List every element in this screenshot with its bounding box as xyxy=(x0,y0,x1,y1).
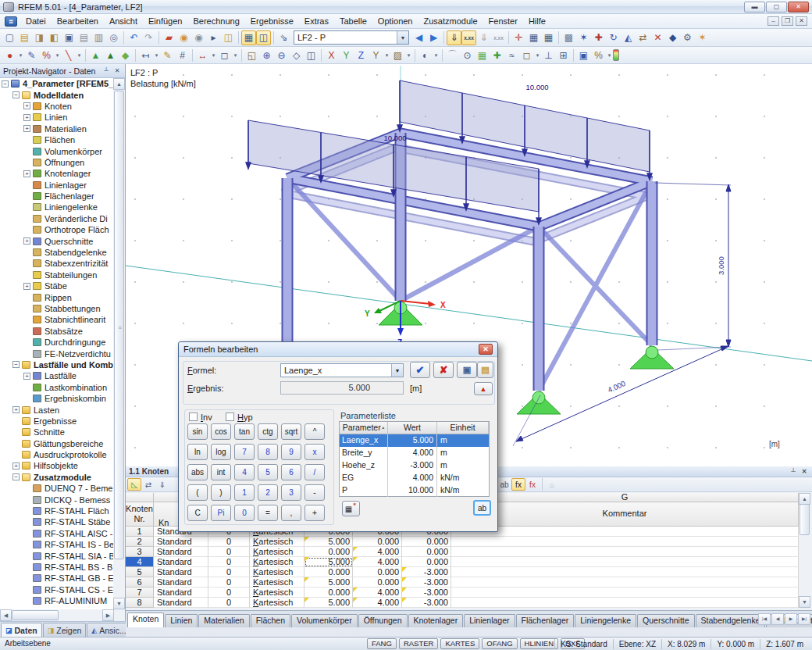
table-import-icon[interactable]: ⇄ xyxy=(141,478,155,491)
tree-item-rf-stahl-cs-e[interactable]: RF-STAHL CS - E xyxy=(0,584,113,595)
tree-item-linienlager[interactable]: Linienlager xyxy=(0,180,113,191)
inv-checkbox[interactable] xyxy=(189,412,198,421)
zoom-window-icon[interactable]: ◱ xyxy=(244,48,259,62)
table-tab-fl-chenlager[interactable]: Flächenlager xyxy=(516,614,575,627)
edit-dropdown-icon[interactable]: ▾ xyxy=(210,48,217,62)
save-copy-icon[interactable]: ◧ xyxy=(47,30,62,45)
calc-key-cos[interactable]: cos xyxy=(211,423,231,440)
tree-item-linien[interactable]: +Linien xyxy=(0,112,113,123)
tree-item-rf-stahl-fl-ch[interactable]: RF-STAHL Fläch xyxy=(0,505,113,516)
new-loadcase-icon[interactable]: ⇘ xyxy=(276,30,291,45)
collapse-icon[interactable]: − xyxy=(2,80,9,88)
redo-icon[interactable]: ↷ xyxy=(141,30,156,45)
expand-icon[interactable]: + xyxy=(23,170,30,177)
table-tab-knotenlager[interactable]: Knotenlager xyxy=(408,614,464,627)
chevron-down-icon[interactable]: ▼ xyxy=(391,364,403,377)
cell-koordinatensystem[interactable]: Kartesisch xyxy=(250,598,304,608)
paste-icon[interactable]: ▤ xyxy=(77,30,91,45)
lock-icon[interactable]: ⌂ xyxy=(545,478,559,491)
cell-koordinatensystem[interactable]: Kartesisch xyxy=(250,577,304,588)
rename-parameter-button[interactable]: ab xyxy=(473,500,491,516)
param-row-p[interactable]: P10.000kN/m xyxy=(340,484,489,497)
cell-koordinatensystem[interactable]: Kartesisch xyxy=(250,557,304,567)
menu-bearbeiten[interactable]: Bearbeiten xyxy=(52,14,104,29)
cell-coord-y[interactable]: 4.000 xyxy=(353,557,402,567)
tree-item-stabendgelenke[interactable]: Stabendgelenke xyxy=(0,247,113,258)
load-formula-button[interactable]: ▤ xyxy=(477,362,493,378)
tree-item-stabbettungen[interactable]: Stabbettungen xyxy=(0,303,113,314)
snap-toggle-raster[interactable]: RASTER xyxy=(399,638,439,649)
view-minus-y-icon[interactable]: Y xyxy=(369,48,383,62)
snap-toggle-fang[interactable]: FANG xyxy=(367,638,397,649)
show-loads-icon[interactable]: ⇓ xyxy=(447,30,461,45)
cell-koordinatensystem[interactable]: Kartesisch xyxy=(250,547,304,557)
tree-item-ffnungen[interactable]: Öffnungen xyxy=(0,157,113,168)
tree-item-knotenlager[interactable]: +Knotenlager xyxy=(0,168,113,179)
collapse-icon[interactable]: − xyxy=(12,361,20,368)
table-tab-querschnitte[interactable]: Querschnitte xyxy=(637,614,695,627)
tree-item-querschnitte[interactable]: +Querschnitte xyxy=(0,235,113,246)
expand-icon[interactable]: + xyxy=(23,283,30,290)
tree-item-orthotrope-fl-ch[interactable]: Orthotrope Fläch xyxy=(0,224,113,235)
edit-move-icon[interactable]: ↔ xyxy=(195,48,210,62)
calc-key-[interactable]: / xyxy=(304,464,325,480)
scroll-down-icon[interactable]: ▼ xyxy=(799,596,810,608)
arc-icon[interactable]: ⌒ xyxy=(445,48,460,62)
show-results-icon[interactable]: ⇓ xyxy=(476,30,491,45)
row-number[interactable]: 6 xyxy=(126,577,154,588)
table-tab-fl-chen[interactable]: Flächen xyxy=(251,614,290,627)
fx-delete-icon[interactable]: fx xyxy=(525,478,540,491)
cancel-button[interactable]: ✘ xyxy=(433,362,454,378)
cell-knotentyp[interactable]: Standard xyxy=(154,577,208,588)
calc-key-[interactable]: + xyxy=(304,505,325,521)
calc-key-[interactable]: ^ xyxy=(304,423,325,440)
cell-coord-y[interactable]: 0.000 xyxy=(353,567,402,577)
light-on-icon[interactable]: ◉ xyxy=(176,30,191,45)
tree-item-rf-stahl-gb-e[interactable]: RF-STAHL GB - E xyxy=(0,573,113,584)
tree-item-ver-nderliche-di[interactable]: Veränderliche Di xyxy=(0,213,113,224)
rename-cells-icon[interactable]: ab xyxy=(497,478,511,491)
snap-nodes-icon[interactable]: ✛ xyxy=(511,30,526,45)
maximize-button[interactable]: ▢ xyxy=(766,2,787,12)
collapse-icon[interactable]: − xyxy=(12,91,20,98)
insert-line-support-icon[interactable]: ▲ xyxy=(103,48,118,62)
tree-item-stabs-tze[interactable]: Stabsätze xyxy=(0,326,113,337)
row-number[interactable]: 4 xyxy=(126,557,154,567)
tree-item-ausdruckprotokolle[interactable]: Ausdruckprotokolle xyxy=(0,449,113,460)
tree-item-schnitte[interactable]: Schnitte xyxy=(0,427,113,438)
next-loadcase-icon[interactable]: ▶ xyxy=(426,30,441,45)
tree-item-stabexzentrizit-t[interactable]: Stabexzentrizität xyxy=(0,258,113,269)
menu-datei[interactable]: Datei xyxy=(20,14,52,29)
light-off-icon[interactable]: ◉ xyxy=(191,30,206,45)
cell-knotentyp[interactable]: Standard xyxy=(154,588,208,598)
tab-first-icon[interactable]: |◀ xyxy=(758,613,771,625)
table-tab-linienlager[interactable]: Linienlager xyxy=(464,614,515,627)
cell-coord-z[interactable]: -3.000 xyxy=(402,577,451,588)
apply-button[interactable]: ✔ xyxy=(410,362,430,378)
menu-hilfe[interactable]: Hilfe xyxy=(523,14,551,29)
calc-key-tan[interactable]: tan xyxy=(234,423,255,440)
settings-icon[interactable]: ⚙ xyxy=(680,30,695,45)
row-number[interactable]: 1 xyxy=(126,527,154,537)
circle-icon[interactable]: ⊙ xyxy=(460,48,475,62)
pin-icon[interactable]: ┴ xyxy=(102,66,111,76)
tree-item-zusatzmodule[interactable]: −Zusatzmodule xyxy=(0,472,113,483)
tab-last-icon[interactable]: ▶| xyxy=(798,613,810,625)
selection-mode-icon[interactable]: ▨ xyxy=(390,48,405,62)
navigator-vscrollbar[interactable]: ▲ ≡ ▼ xyxy=(113,78,125,609)
tree-item-ergebnisse[interactable]: Ergebnisse xyxy=(0,416,113,427)
modules-icon[interactable]: ✶ xyxy=(695,30,710,45)
cell-bezugsknoten[interactable]: 0 xyxy=(208,567,250,577)
insert-member-icon[interactable]: ╲ xyxy=(61,48,76,62)
tree-item-modelldaten[interactable]: −Modelldaten xyxy=(0,89,113,100)
select-box-icon[interactable]: ◻ xyxy=(217,48,232,62)
tree-item-fl-chenlager[interactable]: Flächenlager xyxy=(0,191,113,202)
calc-key-0[interactable]: 0 xyxy=(234,505,255,521)
menu-ergebnisse[interactable]: Ergebnisse xyxy=(245,14,299,29)
guide-line-icon[interactable]: # xyxy=(175,48,190,62)
cell-coord-y[interactable]: 0.000 xyxy=(353,537,402,547)
calc-key-2[interactable]: 2 xyxy=(258,484,278,501)
pick-object-icon[interactable]: ▸ xyxy=(206,30,221,45)
grid-icon[interactable]: ⊞ xyxy=(556,48,571,62)
table-tab-volumenk-rper[interactable]: Volumenkörper xyxy=(291,614,358,627)
